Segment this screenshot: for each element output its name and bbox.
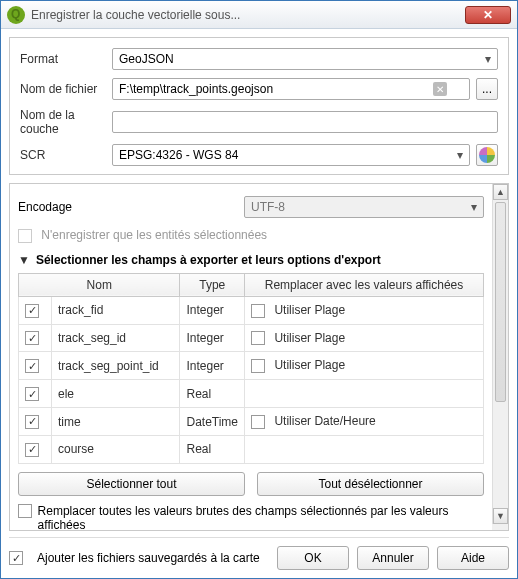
deselect-all-button[interactable]: Tout désélectionner xyxy=(257,472,484,496)
field-type: Integer xyxy=(180,296,245,324)
scroll-up-button[interactable]: ▲ xyxy=(493,184,508,200)
field-option: Utiliser Plage xyxy=(245,324,484,352)
titlebar[interactable]: Enregistrer la couche vectorielle sous..… xyxy=(1,1,517,29)
field-type: Integer xyxy=(180,352,245,380)
help-button[interactable]: Aide xyxy=(437,546,509,570)
field-option: Utiliser Plage xyxy=(245,352,484,380)
ok-button[interactable]: OK xyxy=(277,546,349,570)
encoding-value: UTF-8 xyxy=(251,200,285,214)
table-row[interactable]: timeDateTime Utiliser Date/Heure xyxy=(19,408,484,436)
encoding-label: Encodage xyxy=(18,200,244,214)
form-panel: Format GeoJSON ▾ Nom de fichier F:\temp\… xyxy=(9,37,509,175)
field-name: time xyxy=(52,408,180,436)
fields-section-header[interactable]: ▼ Sélectionner les champs à exporter et … xyxy=(18,253,484,267)
options-panel: Encodage UTF-8 ▾ N'enregistrer que les e… xyxy=(9,183,509,531)
close-button[interactable]: ✕ xyxy=(465,6,511,24)
save-selected-label: N'enregistrer que les entités sélectionn… xyxy=(41,228,267,242)
field-name: ele xyxy=(52,380,180,408)
field-checkbox[interactable] xyxy=(25,331,39,345)
field-checkbox[interactable] xyxy=(25,304,39,318)
scr-combo[interactable]: EPSG:4326 - WGS 84 ▾ xyxy=(112,144,470,166)
select-all-button[interactable]: Sélectionner tout xyxy=(18,472,245,496)
file-path-input[interactable]: F:\temp\track_points.geojson ✕ xyxy=(112,78,470,100)
close-icon: ✕ xyxy=(483,8,493,22)
field-type: Integer xyxy=(180,324,245,352)
col-name[interactable]: Nom xyxy=(19,273,180,296)
chevron-down-icon: ▾ xyxy=(485,52,491,66)
scroll-down-button[interactable]: ▼ xyxy=(493,508,508,524)
format-label: Format xyxy=(20,52,112,66)
col-type[interactable]: Type xyxy=(180,273,245,296)
chevron-down-icon: ▾ xyxy=(457,148,463,162)
field-option: Utiliser Plage xyxy=(245,296,484,324)
cancel-button[interactable]: Annuler xyxy=(357,546,429,570)
replace-all-label: Remplacer toutes les valeurs brutes des … xyxy=(38,504,484,530)
field-option xyxy=(245,380,484,408)
table-row[interactable]: courseReal xyxy=(19,435,484,463)
window-title: Enregistrer la couche vectorielle sous..… xyxy=(31,8,465,22)
add-to-map-label: Ajouter les fichiers sauvegardés à la ca… xyxy=(37,551,260,565)
col-replace[interactable]: Remplacer avec les valeurs affichées xyxy=(245,273,484,296)
triangle-down-icon: ▼ xyxy=(18,253,30,267)
format-combo[interactable]: GeoJSON ▾ xyxy=(112,48,498,70)
table-row[interactable]: track_seg_point_idInteger Utiliser Plage xyxy=(19,352,484,380)
file-label: Nom de fichier xyxy=(20,82,112,96)
field-name: track_fid xyxy=(52,296,180,324)
option-checkbox[interactable] xyxy=(251,415,265,429)
app-icon xyxy=(7,6,25,24)
option-checkbox[interactable] xyxy=(251,331,265,345)
option-checkbox[interactable] xyxy=(251,359,265,373)
scr-picker-button[interactable] xyxy=(476,144,498,166)
field-checkbox[interactable] xyxy=(25,415,39,429)
scr-value: EPSG:4326 - WGS 84 xyxy=(119,148,238,162)
field-option: Utiliser Date/Heure xyxy=(245,408,484,436)
chevron-down-icon: ▾ xyxy=(471,200,477,214)
globe-icon xyxy=(479,147,495,163)
add-to-map-checkbox[interactable] xyxy=(9,551,23,565)
encoding-combo: UTF-8 ▾ xyxy=(244,196,484,218)
save-selected-checkbox xyxy=(18,229,32,243)
browse-button[interactable]: ... xyxy=(476,78,498,100)
vertical-scrollbar[interactable]: ▲ ▼ xyxy=(492,184,508,530)
layer-name-label: Nom de la couche xyxy=(20,108,112,136)
field-name: course xyxy=(52,435,180,463)
option-checkbox[interactable] xyxy=(251,304,265,318)
format-value: GeoJSON xyxy=(119,52,174,66)
file-path-value: F:\temp\track_points.geojson xyxy=(119,82,273,96)
scroll-thumb[interactable] xyxy=(495,202,506,402)
footer: Ajouter les fichiers sauvegardés à la ca… xyxy=(9,537,509,570)
field-type: Real xyxy=(180,435,245,463)
content-area: Format GeoJSON ▾ Nom de fichier F:\temp\… xyxy=(1,29,517,578)
field-checkbox[interactable] xyxy=(25,387,39,401)
clear-input-icon[interactable]: ✕ xyxy=(433,82,447,96)
scr-label: SCR xyxy=(20,148,112,162)
table-row[interactable]: track_seg_idInteger Utiliser Plage xyxy=(19,324,484,352)
field-name: track_seg_id xyxy=(52,324,180,352)
layer-name-input[interactable] xyxy=(112,111,498,133)
field-checkbox[interactable] xyxy=(25,359,39,373)
replace-all-checkbox[interactable] xyxy=(18,504,32,518)
field-option xyxy=(245,435,484,463)
table-row[interactable]: eleReal xyxy=(19,380,484,408)
fields-table: Nom Type Remplacer avec les valeurs affi… xyxy=(18,273,484,464)
field-checkbox[interactable] xyxy=(25,443,39,457)
field-name: track_seg_point_id xyxy=(52,352,180,380)
dialog-window: Enregistrer la couche vectorielle sous..… xyxy=(0,0,518,579)
field-type: Real xyxy=(180,380,245,408)
table-row[interactable]: track_fidInteger Utiliser Plage xyxy=(19,296,484,324)
field-type: DateTime xyxy=(180,408,245,436)
